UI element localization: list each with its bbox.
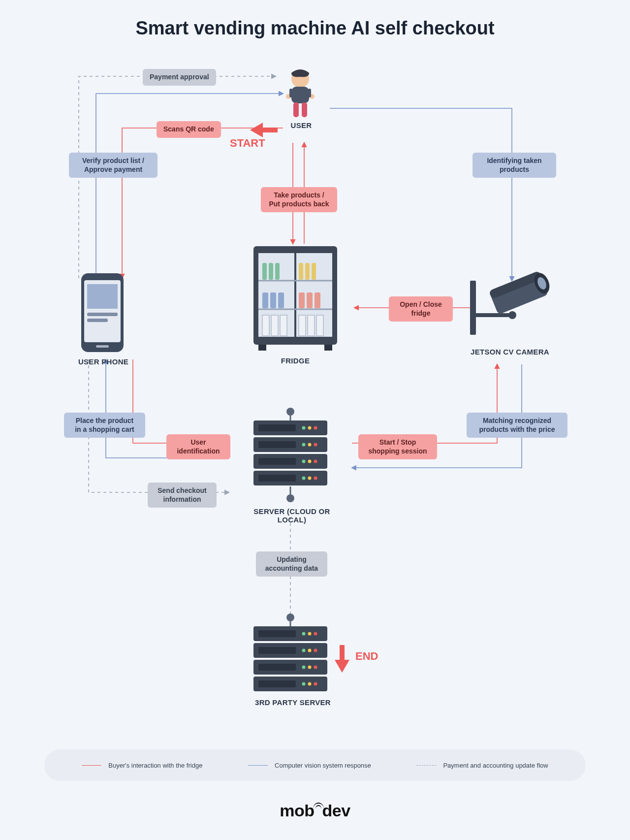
svg-rect-13: [96, 345, 109, 348]
edge-open-close: Open / Close fridge: [389, 296, 453, 322]
svg-rect-28: [299, 292, 305, 308]
node-fridge-label: FRIDGE: [276, 356, 315, 365]
svg-point-61: [314, 443, 317, 447]
svg-rect-76: [258, 630, 296, 637]
svg-point-70: [286, 614, 294, 621]
svg-rect-21: [275, 263, 280, 280]
svg-point-80: [302, 632, 306, 636]
edge-take-put: Take products / Put products back: [261, 187, 337, 212]
fridge-icon: [253, 246, 337, 351]
svg-rect-33: [280, 315, 287, 336]
svg-point-60: [308, 443, 312, 447]
legend-text-blue: Computer vision system response: [275, 762, 371, 769]
svg-rect-9: [84, 280, 121, 342]
svg-rect-10: [87, 284, 118, 309]
server-icon: [253, 408, 327, 502]
svg-point-44: [532, 271, 552, 296]
svg-rect-11: [87, 313, 118, 316]
svg-point-90: [308, 682, 312, 686]
legend-swatch-red: [82, 765, 101, 766]
third-party-server-icon: [253, 614, 327, 691]
legend-swatch-blue: [248, 765, 268, 766]
svg-point-45: [536, 276, 548, 291]
svg-rect-15: [258, 253, 332, 337]
svg-point-59: [302, 443, 306, 447]
svg-rect-78: [258, 664, 296, 671]
svg-point-56: [302, 426, 306, 430]
edge-user-ident: User identification: [166, 434, 230, 459]
legend-text-red: Buyer's interaction with the fridge: [108, 762, 202, 769]
svg-rect-26: [270, 292, 276, 308]
edge-matching: Matching recognized products with the pr…: [467, 413, 567, 438]
svg-point-62: [302, 460, 306, 463]
brand-text-part2: dev: [322, 801, 350, 820]
svg-rect-79: [258, 680, 296, 687]
svg-rect-75: [253, 677, 327, 691]
svg-rect-43: [489, 271, 542, 299]
edge-updating: Updating accounting data: [256, 551, 327, 577]
svg-rect-48: [253, 420, 327, 435]
svg-point-86: [302, 666, 306, 669]
legend-text-gray: Payment and accounting update flow: [443, 762, 548, 769]
edge-payment-approval: Payment approval: [143, 69, 216, 86]
edge-verify-approve: Verify product list / Approve payment: [69, 153, 158, 178]
svg-point-58: [314, 426, 317, 430]
svg-rect-14: [253, 246, 337, 345]
node-user-label: USER: [286, 121, 316, 129]
node-3p-label: 3RD PARTY SERVER: [251, 698, 335, 707]
svg-point-4: [286, 94, 291, 99]
legend-item-gray: Payment and accounting update flow: [416, 762, 548, 769]
svg-rect-34: [299, 315, 306, 336]
svg-point-85: [314, 649, 317, 652]
svg-point-66: [308, 477, 312, 480]
svg-rect-51: [253, 471, 327, 485]
edge-send-checkout: Send checkout information: [148, 483, 217, 508]
svg-point-57: [308, 426, 312, 430]
svg-point-87: [308, 666, 312, 669]
svg-rect-3: [302, 102, 307, 117]
diagram-title: Smart vending machine AI self checkout: [0, 18, 630, 39]
wifi-icon: [313, 803, 324, 809]
brand-logo: mobdev: [0, 801, 630, 820]
edge-scans-qr: Scans QR code: [157, 121, 221, 138]
svg-rect-74: [253, 660, 327, 675]
svg-rect-40: [476, 313, 510, 317]
svg-point-83: [302, 649, 306, 652]
svg-rect-35: [308, 315, 315, 336]
svg-rect-25: [262, 292, 268, 308]
svg-rect-50: [253, 454, 327, 469]
svg-rect-23: [305, 263, 310, 280]
svg-rect-77: [258, 647, 296, 654]
phone-icon: [81, 273, 124, 352]
svg-point-41: [508, 311, 516, 319]
svg-rect-29: [307, 292, 313, 308]
svg-rect-1: [291, 87, 309, 103]
svg-point-91: [314, 682, 317, 686]
svg-rect-30: [315, 292, 320, 308]
svg-rect-39: [470, 281, 476, 335]
svg-point-0: [291, 70, 309, 88]
legend-item-blue: Computer vision system response: [248, 762, 371, 769]
svg-rect-2: [293, 102, 299, 117]
svg-rect-32: [271, 315, 278, 336]
legend: Buyer's interaction with the fridge Comp…: [44, 749, 586, 781]
svg-rect-8: [81, 273, 124, 352]
svg-rect-49: [253, 437, 327, 452]
brand-text-part1: mob: [280, 801, 314, 820]
node-server-label: SERVER (CLOUD OR LOCAL): [240, 507, 344, 524]
svg-rect-53: [258, 441, 296, 448]
svg-rect-72: [253, 626, 327, 641]
svg-point-46: [286, 408, 294, 416]
svg-point-84: [308, 649, 312, 652]
svg-rect-54: [258, 458, 296, 465]
node-camera-label: JETSON CV CAMERA: [466, 348, 554, 356]
legend-item-red: Buyer's interaction with the fridge: [82, 762, 202, 769]
svg-point-89: [302, 682, 306, 686]
svg-point-88: [314, 666, 317, 669]
svg-rect-52: [258, 424, 296, 431]
svg-rect-19: [262, 263, 267, 280]
svg-point-63: [308, 460, 312, 463]
svg-rect-7: [308, 89, 311, 97]
svg-rect-31: [262, 315, 269, 336]
edge-start-stop: Start / Stop shopping session: [358, 434, 437, 459]
